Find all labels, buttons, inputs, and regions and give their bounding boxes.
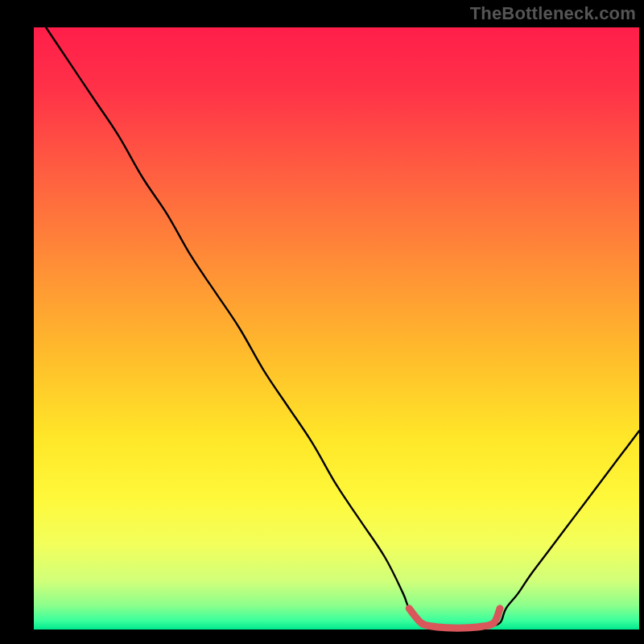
bottleneck-chart [0, 0, 644, 644]
watermark-text: TheBottleneck.com [470, 3, 636, 24]
heat-gradient-background [34, 27, 639, 630]
